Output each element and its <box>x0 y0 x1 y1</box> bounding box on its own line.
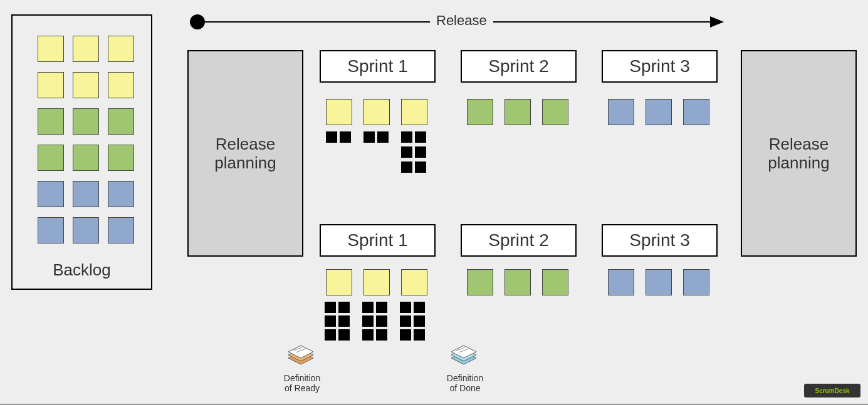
sprint-card <box>505 99 531 125</box>
release-planning-right: Release planning <box>741 50 857 257</box>
task <box>401 131 412 143</box>
sprint-card <box>326 99 352 125</box>
sprint-card <box>608 269 634 295</box>
backlog-card <box>38 108 64 135</box>
backlog-card <box>73 217 99 244</box>
task <box>362 315 374 327</box>
definition-of-ready-label: Definition of Ready <box>282 373 322 393</box>
task <box>414 302 425 313</box>
document-stack-ready-icon <box>283 343 318 371</box>
sprint-card <box>467 99 493 125</box>
backlog-panel: Backlog <box>11 14 152 290</box>
definition-of-done-label: Definition of Done <box>445 373 485 393</box>
task <box>376 315 387 327</box>
sprint-card <box>363 99 390 125</box>
backlog-card <box>73 181 99 207</box>
backlog-card <box>108 108 134 135</box>
backlog-card <box>38 217 64 244</box>
sprint-card <box>683 269 709 295</box>
task <box>325 315 336 327</box>
sprint-card <box>505 269 531 295</box>
task <box>414 315 425 327</box>
task <box>363 131 375 143</box>
sprint-card <box>401 269 427 295</box>
sprint-card <box>608 99 634 125</box>
task <box>376 329 387 341</box>
backlog-card <box>38 181 64 207</box>
sprint-card <box>646 99 672 125</box>
task <box>401 161 412 173</box>
task <box>362 329 374 341</box>
task <box>415 131 426 143</box>
task <box>338 315 350 327</box>
task <box>325 302 336 313</box>
task <box>400 315 411 327</box>
task <box>362 302 374 313</box>
backlog-card <box>73 72 99 98</box>
logo-text: ScrumDesk <box>815 387 849 394</box>
task <box>400 329 411 341</box>
task <box>415 146 426 158</box>
task <box>415 161 426 173</box>
backlog-card <box>73 108 99 135</box>
task <box>376 302 387 313</box>
task <box>338 302 350 313</box>
task <box>326 131 337 143</box>
backlog-title: Backlog <box>13 260 151 280</box>
sprint-card <box>542 269 568 295</box>
task <box>414 329 425 341</box>
backlog-card <box>108 72 134 98</box>
backlog-card <box>108 181 134 207</box>
task <box>400 302 411 313</box>
backlog-card <box>108 217 134 244</box>
backlog-card <box>38 36 64 62</box>
task <box>340 131 351 143</box>
backlog-card <box>108 145 134 171</box>
scrumdesk-logo: ScrumDesk <box>804 384 860 397</box>
backlog-card <box>38 72 64 98</box>
sprint-card <box>326 269 352 295</box>
sprint-card <box>401 99 427 125</box>
task <box>325 329 336 341</box>
backlog-card <box>73 145 99 171</box>
sprint-heading: Sprint 1 <box>320 50 436 83</box>
document-stack-done-icon <box>446 343 481 371</box>
sprint-heading: Sprint 3 <box>602 224 718 257</box>
sprint-card <box>683 99 709 125</box>
sprint-card <box>646 269 672 295</box>
task <box>401 146 412 158</box>
task <box>338 329 350 341</box>
backlog-card <box>73 36 99 62</box>
sprint-heading: Sprint 3 <box>602 50 718 83</box>
release-planning-left: Release planning <box>187 50 303 257</box>
sprint-card <box>467 269 493 295</box>
sprint-card <box>542 99 568 125</box>
sprint-heading: Sprint 2 <box>461 50 577 83</box>
task <box>377 131 389 143</box>
backlog-card <box>108 36 134 62</box>
sprint-heading: Sprint 2 <box>461 224 577 257</box>
sprint-card <box>363 269 390 295</box>
backlog-card <box>38 145 64 171</box>
timeline-arrow-head <box>710 16 724 28</box>
release-label: Release <box>430 13 493 29</box>
sprint-heading: Sprint 1 <box>320 224 436 257</box>
